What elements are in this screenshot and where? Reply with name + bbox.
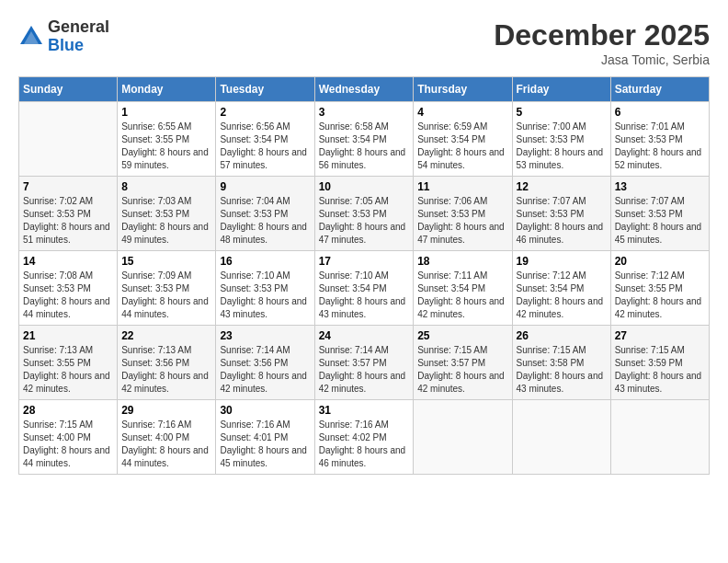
calendar-week-row: 1Sunrise: 6:55 AMSunset: 3:55 PMDaylight… [19,102,710,177]
logo-text: General Blue [48,18,109,55]
calendar-cell: 31Sunrise: 7:16 AMSunset: 4:02 PMDayligh… [314,400,414,475]
day-info: Sunrise: 7:11 AMSunset: 3:54 PMDaylight:… [417,270,507,321]
calendar-cell: 28Sunrise: 7:15 AMSunset: 4:00 PMDayligh… [19,400,118,475]
day-info: Sunrise: 7:14 AMSunset: 3:56 PMDaylight:… [220,344,310,396]
day-info: Sunrise: 7:16 AMSunset: 4:02 PMDaylight:… [319,419,410,470]
day-number: 3 [319,106,410,119]
day-number: 9 [220,180,310,193]
calendar-cell [610,400,709,475]
calendar-cell: 12Sunrise: 7:07 AMSunset: 3:53 PMDayligh… [512,177,610,251]
col-header-thursday: Thursday [414,77,512,102]
calendar-cell: 13Sunrise: 7:07 AMSunset: 3:53 PMDayligh… [610,177,709,251]
calendar-cell: 15Sunrise: 7:09 AMSunset: 3:53 PMDayligh… [118,251,216,326]
calendar-cell: 22Sunrise: 7:13 AMSunset: 3:56 PMDayligh… [118,326,216,400]
day-number: 30 [220,404,310,417]
day-number: 15 [121,255,211,268]
calendar-cell: 9Sunrise: 7:04 AMSunset: 3:53 PMDaylight… [216,177,314,251]
calendar-cell: 16Sunrise: 7:10 AMSunset: 3:53 PMDayligh… [216,251,314,326]
calendar-cell: 17Sunrise: 7:10 AMSunset: 3:54 PMDayligh… [314,251,414,326]
day-number: 31 [319,404,410,417]
calendar-cell: 23Sunrise: 7:14 AMSunset: 3:56 PMDayligh… [216,326,314,400]
day-number: 5 [517,106,607,119]
calendar-cell: 18Sunrise: 7:11 AMSunset: 3:54 PMDayligh… [414,251,512,326]
col-header-tuesday: Tuesday [216,77,314,102]
day-info: Sunrise: 7:04 AMSunset: 3:53 PMDaylight:… [220,195,310,247]
logo: General Blue [18,18,109,55]
day-info: Sunrise: 7:15 AMSunset: 3:57 PMDaylight:… [417,344,507,396]
day-number: 21 [23,329,113,342]
day-number: 16 [220,255,310,268]
col-header-wednesday: Wednesday [314,77,414,102]
page-header: General Blue December 2025 Jasa Tomic, S… [18,18,710,67]
calendar-cell: 6Sunrise: 7:01 AMSunset: 3:53 PMDaylight… [610,102,709,177]
day-number: 8 [121,180,211,193]
calendar-cell [19,102,118,177]
day-number: 4 [417,106,507,119]
calendar-header-row: SundayMondayTuesdayWednesdayThursdayFrid… [19,77,710,102]
day-info: Sunrise: 7:15 AMSunset: 4:00 PMDaylight:… [23,419,113,470]
day-info: Sunrise: 7:05 AMSunset: 3:53 PMDaylight:… [319,195,410,247]
calendar-cell: 8Sunrise: 7:03 AMSunset: 3:53 PMDaylight… [118,177,216,251]
calendar-cell: 10Sunrise: 7:05 AMSunset: 3:53 PMDayligh… [314,177,414,251]
day-number: 2 [220,106,310,119]
day-info: Sunrise: 7:15 AMSunset: 3:59 PMDaylight:… [615,344,705,396]
day-number: 18 [417,255,507,268]
day-info: Sunrise: 7:01 AMSunset: 3:53 PMDaylight:… [615,121,705,172]
day-info: Sunrise: 7:08 AMSunset: 3:53 PMDaylight:… [23,270,113,321]
day-info: Sunrise: 7:09 AMSunset: 3:53 PMDaylight:… [121,270,211,321]
calendar-cell: 4Sunrise: 6:59 AMSunset: 3:54 PMDaylight… [414,102,512,177]
day-info: Sunrise: 7:13 AMSunset: 3:55 PMDaylight:… [23,344,113,396]
day-number: 12 [517,180,607,193]
location-subtitle: Jasa Tomic, Serbia [494,52,710,67]
day-info: Sunrise: 7:00 AMSunset: 3:53 PMDaylight:… [517,121,607,172]
calendar-table: SundayMondayTuesdayWednesdayThursdayFrid… [18,76,710,475]
calendar-week-row: 28Sunrise: 7:15 AMSunset: 4:00 PMDayligh… [19,400,710,475]
day-info: Sunrise: 7:02 AMSunset: 3:53 PMDaylight:… [23,195,113,247]
col-header-monday: Monday [118,77,216,102]
day-info: Sunrise: 7:16 AMSunset: 4:00 PMDaylight:… [121,419,211,470]
calendar-week-row: 21Sunrise: 7:13 AMSunset: 3:55 PMDayligh… [19,326,710,400]
calendar-cell: 2Sunrise: 6:56 AMSunset: 3:54 PMDaylight… [216,102,314,177]
day-number: 26 [517,329,607,342]
col-header-friday: Friday [512,77,610,102]
calendar-cell: 11Sunrise: 7:06 AMSunset: 3:53 PMDayligh… [414,177,512,251]
calendar-cell: 25Sunrise: 7:15 AMSunset: 3:57 PMDayligh… [414,326,512,400]
day-number: 11 [417,180,507,193]
calendar-cell: 30Sunrise: 7:16 AMSunset: 4:01 PMDayligh… [216,400,314,475]
day-number: 28 [23,404,113,417]
day-info: Sunrise: 7:07 AMSunset: 3:53 PMDaylight:… [517,195,607,247]
day-number: 19 [517,255,607,268]
calendar-cell: 21Sunrise: 7:13 AMSunset: 3:55 PMDayligh… [19,326,118,400]
month-title: December 2025 [494,18,710,52]
day-number: 17 [319,255,410,268]
calendar-cell: 14Sunrise: 7:08 AMSunset: 3:53 PMDayligh… [19,251,118,326]
day-info: Sunrise: 7:10 AMSunset: 3:53 PMDaylight:… [220,270,310,321]
day-number: 13 [615,180,705,193]
day-number: 22 [121,329,211,342]
calendar-cell: 27Sunrise: 7:15 AMSunset: 3:59 PMDayligh… [610,326,709,400]
calendar-week-row: 7Sunrise: 7:02 AMSunset: 3:53 PMDaylight… [19,177,710,251]
calendar-cell [512,400,610,475]
calendar-cell [414,400,512,475]
day-number: 25 [417,329,507,342]
day-number: 23 [220,329,310,342]
calendar-cell: 1Sunrise: 6:55 AMSunset: 3:55 PMDaylight… [118,102,216,177]
day-info: Sunrise: 6:58 AMSunset: 3:54 PMDaylight:… [319,121,410,172]
calendar-cell: 24Sunrise: 7:14 AMSunset: 3:57 PMDayligh… [314,326,414,400]
day-number: 7 [23,180,113,193]
day-info: Sunrise: 7:13 AMSunset: 3:56 PMDaylight:… [121,344,211,396]
day-info: Sunrise: 6:55 AMSunset: 3:55 PMDaylight:… [121,121,211,172]
calendar-cell: 5Sunrise: 7:00 AMSunset: 3:53 PMDaylight… [512,102,610,177]
day-info: Sunrise: 6:59 AMSunset: 3:54 PMDaylight:… [417,121,507,172]
day-number: 6 [615,106,705,119]
calendar-cell: 26Sunrise: 7:15 AMSunset: 3:58 PMDayligh… [512,326,610,400]
logo-general: General [48,17,109,36]
day-number: 10 [319,180,410,193]
day-info: Sunrise: 7:12 AMSunset: 3:55 PMDaylight:… [615,270,705,321]
day-info: Sunrise: 7:12 AMSunset: 3:54 PMDaylight:… [517,270,607,321]
calendar-cell: 19Sunrise: 7:12 AMSunset: 3:54 PMDayligh… [512,251,610,326]
day-info: Sunrise: 7:03 AMSunset: 3:53 PMDaylight:… [121,195,211,247]
calendar-cell: 7Sunrise: 7:02 AMSunset: 3:53 PMDaylight… [19,177,118,251]
day-number: 20 [615,255,705,268]
title-block: December 2025 Jasa Tomic, Serbia [494,18,710,67]
